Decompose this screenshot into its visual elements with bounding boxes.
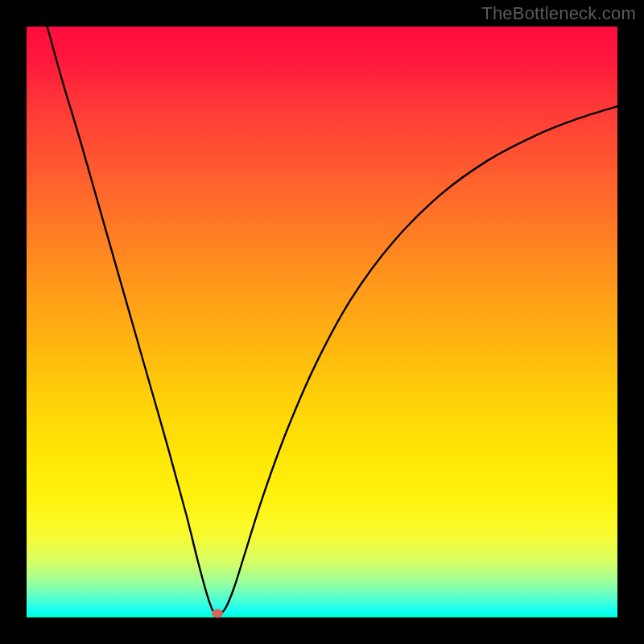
bottleneck-curve: [27, 27, 617, 617]
watermark-text: TheBottleneck.com: [481, 3, 636, 24]
minimum-marker: [212, 609, 223, 617]
chart-frame: TheBottleneck.com: [0, 0, 644, 644]
chart-plot-area: [27, 27, 617, 617]
curve-path: [47, 27, 617, 614]
